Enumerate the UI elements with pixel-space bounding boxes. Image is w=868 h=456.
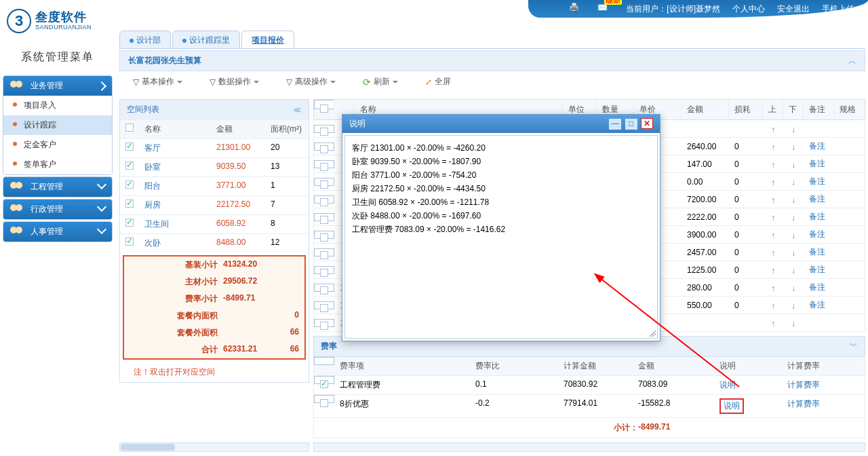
row-note[interactable]: 备注: [804, 209, 834, 225]
move-down-button[interactable]: [783, 139, 804, 154]
checkbox[interactable]: [320, 145, 328, 153]
menu-head-hr[interactable]: 人事管理: [3, 222, 112, 242]
space-row[interactable]: 阳台 3771.00 1: [120, 176, 309, 195]
row-note[interactable]: 备注: [804, 138, 834, 154]
checkbox[interactable]: [125, 162, 134, 170]
tab-design-track[interactable]: 设计跟踪里: [172, 31, 240, 48]
move-down-button[interactable]: [783, 157, 804, 172]
checkbox[interactable]: [320, 322, 328, 330]
move-up-button[interactable]: [763, 263, 783, 278]
right-h-scrollbar[interactable]: [313, 442, 865, 452]
row-note[interactable]: 备注: [804, 297, 834, 313]
dialog-minimize-button[interactable]: —: [609, 119, 621, 130]
menu-item-design-track[interactable]: 设计跟踪: [3, 115, 112, 135]
menu-head-project[interactable]: 工程管理: [3, 177, 112, 197]
checkbox[interactable]: [320, 269, 328, 277]
space-row[interactable]: 厨房 22172.50 7: [120, 195, 309, 214]
move-up-button[interactable]: [763, 157, 783, 172]
checkbox[interactable]: [125, 180, 134, 189]
menu-item-deposit-client[interactable]: 定金客户: [3, 135, 112, 155]
toolbar-refresh[interactable]: ⟳刷新: [363, 76, 398, 88]
tab-design-dept[interactable]: 设计部: [119, 31, 171, 48]
checkbox[interactable]: [320, 180, 328, 189]
mail-icon[interactable]: ✉️NEW!: [597, 3, 614, 15]
fee-calc-link[interactable]: 计算费率: [782, 376, 843, 394]
row-note[interactable]: [804, 321, 834, 325]
checkbox[interactable]: [125, 200, 134, 208]
checkbox-all[interactable]: [125, 124, 134, 132]
checkbox[interactable]: [320, 198, 328, 206]
fee-desc-link[interactable]: 说明: [714, 376, 782, 394]
move-up-button[interactable]: [763, 227, 783, 242]
move-down-button[interactable]: [783, 121, 804, 136]
space-row[interactable]: 卧室 9039.50 13: [120, 157, 309, 176]
move-up-button[interactable]: [763, 298, 783, 313]
space-name[interactable]: 客厅: [139, 139, 214, 157]
checkbox-all[interactable]: [320, 104, 328, 113]
space-name[interactable]: 卫生间: [139, 215, 214, 233]
row-note[interactable]: 备注: [804, 262, 834, 278]
move-up-button[interactable]: [763, 280, 783, 295]
menu-head-admin[interactable]: 行政管理: [3, 200, 112, 219]
move-down-button[interactable]: [783, 298, 804, 313]
menu-head-business[interactable]: 业务管理: [3, 76, 112, 96]
checkbox[interactable]: [320, 128, 328, 136]
collapse-up-icon[interactable]: ︽: [848, 55, 856, 66]
fee-row[interactable]: 工程管理费 0.1 70830.92 7083.09 说明 计算费率: [313, 376, 865, 395]
checkbox[interactable]: [125, 238, 134, 246]
collapse-fee-icon[interactable]: ︾: [850, 341, 858, 352]
row-note[interactable]: 备注: [804, 280, 834, 295]
menu-item-project-entry[interactable]: 项目录入: [3, 96, 112, 115]
move-down-button[interactable]: [783, 245, 804, 260]
checkbox[interactable]: [320, 380, 328, 388]
toolbar-fullscreen[interactable]: ⤢全屏: [425, 76, 451, 88]
space-name[interactable]: 次卧: [139, 234, 214, 252]
menu-item-signed-client[interactable]: 签单客户: [3, 155, 112, 174]
move-down-button[interactable]: [783, 227, 804, 242]
row-note[interactable]: 备注: [804, 156, 834, 172]
move-up-button[interactable]: [763, 245, 783, 260]
checkbox[interactable]: [125, 218, 134, 227]
space-row[interactable]: 客厅 21301.00 20: [120, 138, 309, 157]
fee-row[interactable]: 8折优惠 -0.2 77914.01 -15582.8 说明 计算费率: [313, 395, 865, 418]
checkbox[interactable]: [320, 399, 328, 407]
personal-center-link[interactable]: 个人中心: [732, 3, 765, 15]
move-down-button[interactable]: [783, 316, 804, 330]
move-up-button[interactable]: [763, 139, 783, 154]
row-note[interactable]: [804, 127, 834, 131]
checkbox[interactable]: [320, 286, 328, 294]
move-up-button[interactable]: [763, 192, 783, 207]
move-up-button[interactable]: [763, 121, 783, 136]
move-down-button[interactable]: [783, 280, 804, 295]
fee-desc-link[interactable]: 说明: [714, 395, 782, 417]
space-name[interactable]: 厨房: [139, 196, 214, 214]
collapse-left-icon[interactable]: ≪: [293, 105, 302, 115]
toolbar-basic[interactable]: ▽ 基本操作: [133, 76, 182, 88]
move-down-button[interactable]: [783, 263, 804, 278]
checkbox[interactable]: [125, 142, 134, 151]
dialog-body[interactable]: 客厅 21301.00 × -20.00% = -4260.20卧室 9039.…: [344, 135, 658, 339]
move-up-button[interactable]: [763, 316, 783, 330]
move-down-button[interactable]: [783, 210, 804, 225]
move-down-button[interactable]: [783, 174, 804, 189]
row-note[interactable]: 备注: [804, 191, 834, 207]
move-down-button[interactable]: [783, 192, 804, 207]
row-note[interactable]: 备注: [804, 174, 834, 189]
tab-project-quote[interactable]: 项目报价: [241, 31, 294, 48]
space-row[interactable]: 次卧 8488.00 12: [120, 233, 309, 252]
space-row[interactable]: 卫生间 6058.92 8: [120, 214, 309, 233]
dialog-close-button[interactable]: ✕: [641, 118, 653, 129]
move-up-button[interactable]: [763, 174, 783, 189]
checkbox[interactable]: [320, 233, 328, 242]
toolbar-data[interactable]: ▽ 数据操作: [210, 76, 259, 88]
checkbox[interactable]: [320, 163, 328, 171]
printer-icon[interactable]: 🖨️: [569, 3, 585, 15]
dialog-maximize-button[interactable]: □: [625, 119, 637, 130]
dialog-titlebar[interactable]: 说明 — □ ✕: [342, 115, 660, 133]
checkbox[interactable]: [320, 251, 328, 259]
checkbox[interactable]: [320, 216, 328, 224]
row-note[interactable]: 备注: [804, 244, 834, 260]
safe-exit-link[interactable]: 安全退出: [777, 3, 810, 15]
space-name[interactable]: 阳台: [139, 177, 214, 195]
space-name[interactable]: 卧室: [139, 158, 214, 176]
